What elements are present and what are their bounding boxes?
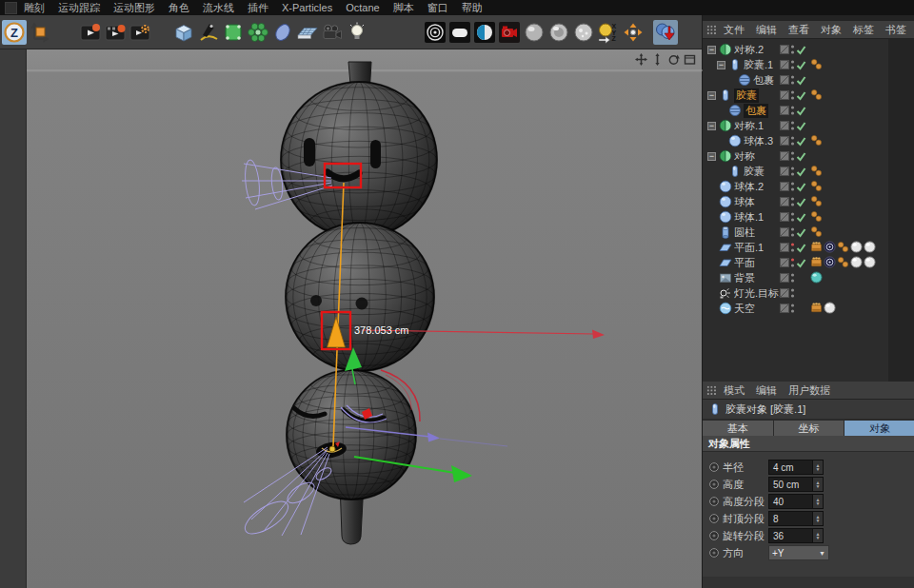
- light-target-icon[interactable]: [718, 286, 733, 300]
- object-label[interactable]: 圆柱: [734, 225, 755, 240]
- sphere-icon[interactable]: [718, 210, 733, 224]
- tree-row-capsule[interactable]: −胶囊: [703, 88, 914, 103]
- phong-pair[interactable]: [810, 165, 823, 179]
- object-label[interactable]: 球体.3: [744, 134, 773, 148]
- panel-grip-icon[interactable]: [706, 25, 717, 35]
- om-menu-item-0[interactable]: 文件: [718, 23, 750, 37]
- tree-row-sphere[interactable]: 球体.2: [703, 179, 914, 194]
- visibility-toggles[interactable]: [780, 150, 808, 162]
- compositing-tag[interactable]: [810, 241, 823, 255]
- capsule-icon[interactable]: [718, 88, 733, 102]
- menubar-item-5[interactable]: 插件: [241, 1, 275, 15]
- tab-对象[interactable]: 对象: [844, 421, 914, 436]
- compositing-tag[interactable]: [810, 302, 823, 316]
- om-menu-item-4[interactable]: 标签: [847, 23, 880, 37]
- object-label[interactable]: 对称.1: [734, 119, 764, 133]
- expander-icon[interactable]: −: [707, 152, 716, 161]
- record-circle-icon[interactable]: [708, 496, 720, 507]
- menubar-item-8[interactable]: 脚本: [387, 1, 421, 15]
- octane-camera-icon[interactable]: [497, 20, 522, 45]
- object-label[interactable]: 天空: [734, 302, 755, 316]
- stepper-arrows[interactable]: ▲▼: [812, 461, 823, 474]
- wrap-icon[interactable]: [727, 104, 743, 117]
- tree-row-sky[interactable]: 天空: [703, 301, 914, 316]
- subdivision-surface-icon[interactable]: [221, 20, 246, 45]
- capsule-icon[interactable]: [727, 165, 743, 178]
- visibility-toggles[interactable]: [780, 272, 808, 284]
- render-settings-icon[interactable]: [128, 20, 152, 45]
- plane-icon[interactable]: [718, 256, 733, 269]
- app-icon[interactable]: [5, 2, 17, 14]
- cylinder-icon[interactable]: [718, 225, 733, 239]
- om-menu-item-5[interactable]: 书签: [880, 23, 912, 37]
- symmetry-icon[interactable]: [718, 119, 733, 132]
- am-menu-item-0[interactable]: 模式: [718, 383, 750, 398]
- menubar-item-7[interactable]: Octane: [339, 2, 386, 13]
- stepper-arrows[interactable]: ▲▼: [812, 512, 823, 525]
- phong-pair[interactable]: [837, 241, 849, 255]
- tree-row-sphere[interactable]: 球体: [703, 194, 914, 209]
- material-white[interactable]: [824, 302, 836, 316]
- tree-row-plane[interactable]: 平面.1: [703, 240, 914, 255]
- material-sphere-bubble-icon[interactable]: [571, 20, 596, 45]
- symmetry-icon[interactable]: [718, 149, 733, 163]
- render-region-icon[interactable]: [423, 20, 447, 45]
- tree-row-symmetry[interactable]: −对称.2: [703, 42, 914, 57]
- visibility-toggles[interactable]: [780, 120, 808, 131]
- object-label[interactable]: 球体.2: [734, 180, 764, 194]
- visibility-toggles[interactable]: [780, 44, 808, 55]
- menubar-item-10[interactable]: 帮助: [455, 1, 489, 15]
- wireframe-sphere-2[interactable]: [286, 223, 434, 371]
- visibility-toggles[interactable]: [780, 166, 808, 177]
- sphere-icon[interactable]: [718, 180, 733, 193]
- render-view-icon[interactable]: [78, 20, 103, 45]
- light-icon[interactable]: [345, 20, 369, 45]
- zbrush-z-icon[interactable]: Z: [2, 20, 27, 45]
- visibility-toggles[interactable]: [780, 74, 808, 86]
- object-label[interactable]: 胶囊: [744, 165, 765, 179]
- tab-坐标[interactable]: 坐标: [774, 421, 844, 436]
- object-label[interactable]: 胶囊.1: [744, 58, 773, 72]
- record-circle-icon[interactable]: [708, 513, 720, 524]
- material-white[interactable]: [864, 256, 876, 270]
- rotate-view-icon[interactable]: [667, 52, 680, 65]
- stepper-arrows[interactable]: ▲▼: [812, 495, 823, 508]
- wrap-icon[interactable]: [737, 73, 752, 87]
- tree-row-capsule[interactable]: −胶囊.1: [703, 57, 914, 72]
- menubar-item-1[interactable]: 运动跟踪: [51, 1, 107, 15]
- object-label[interactable]: 胶囊: [734, 88, 759, 103]
- live-viewer-icon[interactable]: [447, 20, 472, 45]
- menubar-item-9[interactable]: 窗口: [421, 1, 455, 15]
- material-sphere-ring-icon[interactable]: [546, 20, 571, 45]
- material-white[interactable]: [850, 256, 863, 270]
- pan-view-icon[interactable]: [635, 52, 647, 65]
- tree-row-cylinder[interactable]: 圆柱: [703, 225, 914, 240]
- visibility-toggles[interactable]: [780, 135, 808, 147]
- tab-基本[interactable]: 基本: [703, 421, 773, 436]
- phong-pair[interactable]: [837, 256, 849, 270]
- tree-row-background[interactable]: 背景: [703, 270, 914, 285]
- half-sphere-icon[interactable]: [472, 20, 497, 45]
- menubar-item-6[interactable]: X-Particles: [275, 2, 339, 13]
- stepper-arrows[interactable]: ▲▼: [812, 478, 823, 491]
- visibility-toggles[interactable]: [780, 303, 808, 314]
- target-tag[interactable]: [824, 241, 836, 255]
- om-menu-item-3[interactable]: 对象: [815, 23, 847, 37]
- expander-icon[interactable]: −: [707, 122, 716, 130]
- object-label[interactable]: 平面: [734, 256, 755, 270]
- sphere-icon[interactable]: [727, 134, 743, 147]
- background-icon[interactable]: [718, 271, 733, 284]
- visibility-toggles[interactable]: [780, 196, 808, 207]
- phong-pair[interactable]: [810, 180, 823, 194]
- phong-pair[interactable]: [810, 210, 823, 225]
- material-sphere-icon[interactable]: [522, 20, 546, 45]
- am-menu-item-1[interactable]: 编辑: [750, 383, 783, 398]
- object-label[interactable]: 对称: [734, 149, 755, 164]
- sky-icon[interactable]: [718, 302, 733, 315]
- record-circle-icon[interactable]: [708, 479, 720, 490]
- object-label[interactable]: 对称.2: [734, 43, 764, 57]
- value-input[interactable]: 8▲▼: [768, 511, 824, 526]
- panel-grip-icon[interactable]: [706, 385, 717, 396]
- tree-row-light-target[interactable]: 灯光.目标.1: [703, 285, 914, 301]
- cube-primitive-icon[interactable]: [171, 20, 196, 45]
